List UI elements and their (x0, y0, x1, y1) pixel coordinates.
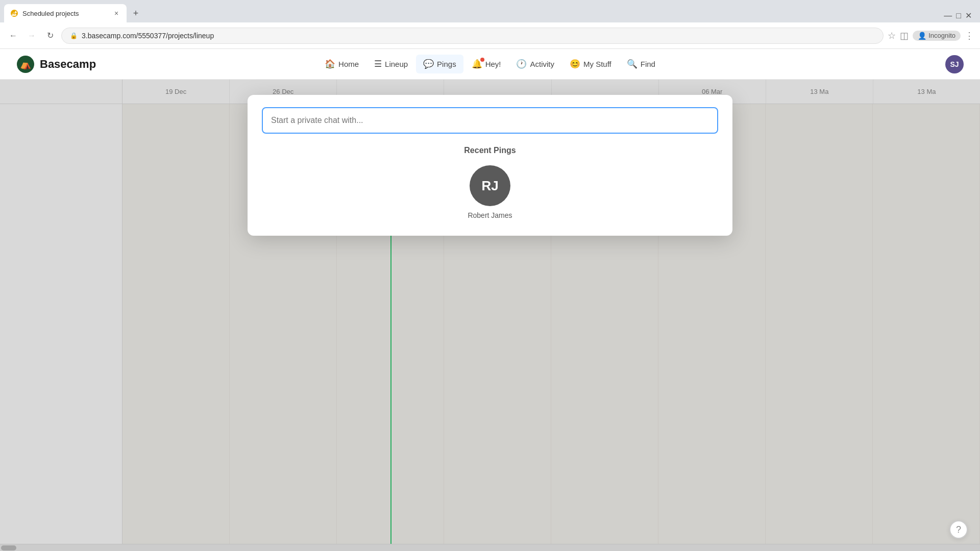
hey-badge (480, 58, 484, 62)
logo-icon: ⛺ (16, 55, 35, 73)
tab-favicon: 🏕 (10, 9, 18, 17)
lineup-label: Lineup (385, 60, 408, 68)
logo-text: Basecamp (40, 58, 96, 71)
browser-toolbar: ← → ↻ 🔒 3.basecamp.com/5550377/projects/… (0, 22, 980, 49)
nav-item-activity[interactable]: 🕐 Activity (509, 55, 561, 73)
app-logo[interactable]: ⛺ Basecamp (16, 55, 96, 73)
reload-button[interactable]: ↻ (43, 29, 57, 43)
forward-button[interactable]: → (24, 29, 39, 43)
tab-bar: 🏕 Scheduled projects × + — □ ✕ (0, 0, 980, 22)
user-avatar[interactable]: SJ (945, 55, 964, 73)
help-button[interactable]: ? (949, 520, 968, 539)
home-icon: 🏠 (325, 59, 335, 69)
browser-chrome: 🏕 Scheduled projects × + — □ ✕ ← → ↻ 🔒 3… (0, 0, 980, 49)
address-text: 3.basecamp.com/5550377/projects/lineup (82, 32, 214, 40)
bookmark-icon[interactable]: ☆ (888, 30, 896, 41)
activity-label: Activity (530, 60, 554, 68)
nav-item-pings[interactable]: 💬 Pings (416, 55, 463, 73)
activity-icon: 🕐 (516, 59, 527, 69)
lineup-icon: ☰ (374, 59, 382, 69)
find-icon: 🔍 (627, 59, 638, 69)
maximize-icon[interactable]: □ (956, 11, 961, 20)
home-label: Home (338, 60, 359, 68)
app-nav: 🏠 Home ☰ Lineup 💬 Pings 🔔 Hey! 🕐 Acti (317, 55, 663, 73)
recent-pings-list: RJ Robert James (262, 165, 718, 219)
svg-text:⛺: ⛺ (20, 59, 32, 70)
mystuff-label: My Stuff (583, 60, 611, 68)
find-label: Find (641, 60, 655, 68)
browser-tab-active[interactable]: 🏕 Scheduled projects × (4, 4, 127, 22)
tab-title: Scheduled projects (22, 10, 108, 17)
nav-item-home[interactable]: 🏠 Home (317, 55, 366, 73)
close-window-icon[interactable]: ✕ (965, 11, 972, 20)
pings-label: Pings (437, 60, 456, 68)
new-tab-button[interactable]: + (129, 6, 143, 20)
nav-item-find[interactable]: 🔍 Find (620, 55, 663, 73)
incognito-indicator: 👤 Incognito (913, 31, 961, 41)
app-container: ⛺ Basecamp 🏠 Home ☰ Lineup 💬 Pings 🔔 (0, 49, 980, 551)
address-lock-icon: 🔒 (70, 32, 78, 39)
ping-user-name: Robert James (468, 211, 512, 219)
ping-search-input[interactable] (262, 107, 718, 134)
page-content: 19 Dec 26 Dec 06 Mar 13 Ma 13 Ma (0, 80, 980, 551)
menu-icon[interactable]: ⋮ (965, 30, 974, 41)
nav-item-mystuff[interactable]: 😊 My Stuff (562, 55, 619, 73)
ping-user-robert[interactable]: RJ Robert James (468, 165, 512, 219)
sidebar-icon[interactable]: ◫ (900, 30, 909, 41)
tab-close-icon[interactable]: × (112, 9, 120, 17)
back-button[interactable]: ← (6, 29, 20, 43)
ping-user-avatar: RJ (470, 165, 510, 206)
minimize-icon[interactable]: — (944, 11, 952, 20)
mystuff-icon: 😊 (570, 59, 580, 69)
app-header: ⛺ Basecamp 🏠 Home ☰ Lineup 💬 Pings 🔔 (0, 49, 980, 80)
nav-item-lineup[interactable]: ☰ Lineup (367, 55, 415, 73)
nav-item-hey[interactable]: 🔔 Hey! (464, 55, 508, 73)
svg-text:🏕: 🏕 (12, 11, 17, 16)
window-controls: — □ ✕ (944, 11, 980, 22)
hey-label: Hey! (485, 60, 501, 68)
pings-dropdown: Recent Pings RJ Robert James (248, 95, 732, 236)
address-bar[interactable]: 🔒 3.basecamp.com/5550377/projects/lineup (61, 28, 884, 44)
hey-icon: 🔔 (472, 59, 482, 69)
pings-icon: 💬 (423, 59, 434, 69)
recent-pings-title: Recent Pings (262, 146, 718, 155)
